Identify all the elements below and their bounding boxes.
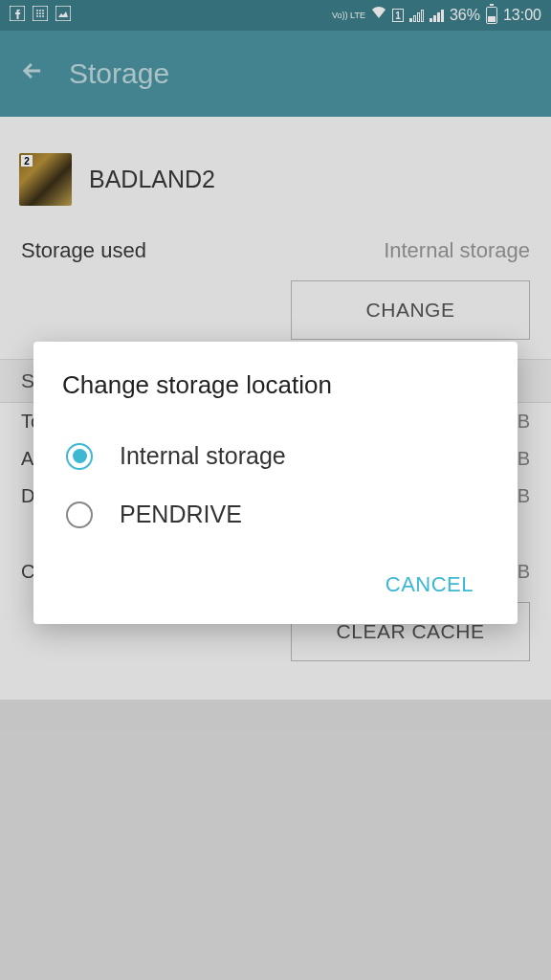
radio-icon	[66, 501, 93, 528]
radio-label: PENDRIVE	[120, 501, 242, 528]
radio-option-internal[interactable]: Internal storage	[62, 427, 489, 485]
radio-label: Internal storage	[120, 442, 286, 470]
change-storage-dialog: Change storage location Internal storage…	[33, 342, 518, 624]
dialog-title: Change storage location	[62, 370, 489, 400]
dialog-actions: CANCEL	[62, 563, 489, 607]
radio-icon	[66, 443, 93, 470]
cancel-button[interactable]: CANCEL	[370, 563, 489, 607]
radio-option-pendrive[interactable]: PENDRIVE	[62, 485, 489, 544]
